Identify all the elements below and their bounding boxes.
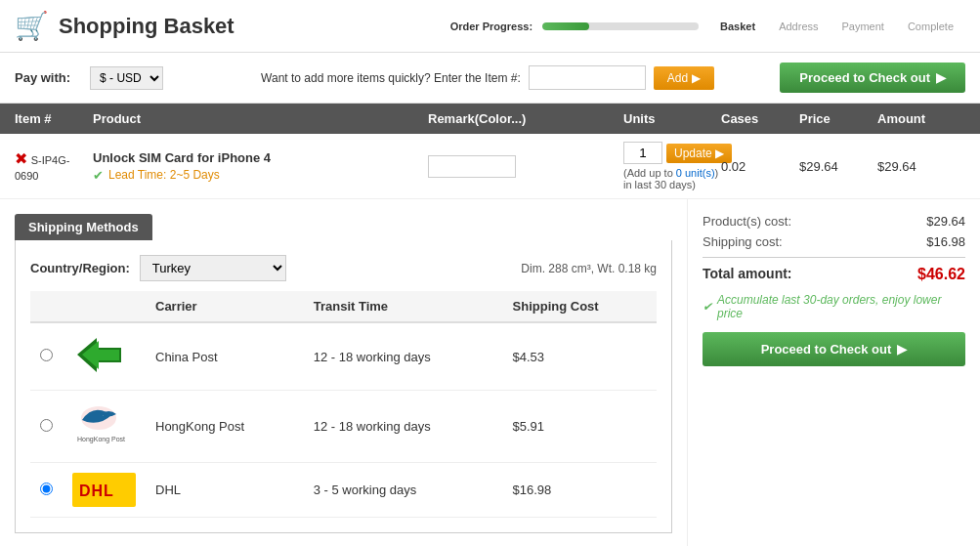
units-cell: Update ▶ (Add up to 0 unit(s)) in last 3… <box>623 142 721 190</box>
item-number-input[interactable] <box>529 65 646 90</box>
delete-cell: ✖ S-IP4G-0690 <box>15 149 93 183</box>
shipping-cost-label: Shipping cost: <box>703 234 783 249</box>
progress-fill <box>542 22 589 30</box>
radio-hkpost[interactable] <box>40 419 53 432</box>
transit-hkpost: 12 - 18 working days <box>304 391 503 463</box>
col-transit: Transit Time <box>304 291 503 322</box>
col-amount: Amount <box>877 111 965 126</box>
col-cases: Cases <box>721 111 799 126</box>
country-row: Country/Region: Turkey Dim. 288 cm³, Wt.… <box>30 255 657 281</box>
delete-icon[interactable]: ✖ <box>15 150 27 167</box>
col-shipping-cost: Shipping Cost <box>503 291 657 322</box>
svg-text:HongKong Post: HongKong Post <box>77 436 125 443</box>
carrier-header-row: Carrier Transit Time Shipping Cost <box>30 291 657 322</box>
steps-row: Basket Address Payment Complete <box>708 21 965 32</box>
logo-chinapost-cell <box>63 322 146 391</box>
products-cost-label: Product(s) cost: <box>703 214 791 229</box>
radio-dhl-cell <box>30 463 63 518</box>
hkpost-logo-icon: HongKong Post <box>72 400 126 449</box>
product-name: Unlock SIM Card for iPhone 4 <box>93 150 428 165</box>
product-cell: Unlock SIM Card for iPhone 4 ✔ Lead Time… <box>93 150 428 183</box>
carrier-name-dhl: DHL <box>146 463 304 518</box>
radio-chinapost-cell <box>30 322 63 391</box>
progress-track <box>542 22 699 30</box>
logo-text: Shopping Basket <box>59 14 234 39</box>
price-cell: $29.64 <box>799 159 877 174</box>
checkout-top-button[interactable]: Proceed to Check out ▶ <box>780 63 965 93</box>
cart-icon: 🛒 <box>15 10 49 42</box>
country-label: Country/Region: <box>30 261 130 275</box>
summary-divider <box>703 257 965 258</box>
table-row: ✖ S-IP4G-0690 Unlock SIM Card for iPhone… <box>0 134 980 199</box>
radio-chinapost[interactable] <box>40 349 53 361</box>
main-content: Shipping Methods Country/Region: Turkey … <box>0 199 980 546</box>
dim-info: Dim. 288 cm³, Wt. 0.18 kg <box>521 262 657 275</box>
total-value: $46.62 <box>917 266 965 283</box>
col-carrier-logo <box>63 291 146 322</box>
step-payment: Payment <box>831 21 896 32</box>
left-panel: Shipping Methods Country/Region: Turkey … <box>0 199 687 546</box>
col-remark: Remark(Color...) <box>428 111 623 126</box>
remark-input[interactable] <box>428 155 516 178</box>
lead-time-check-icon: ✔ <box>93 168 104 183</box>
logo-dhl-cell: DHL <box>63 463 146 518</box>
logo: 🛒 Shopping Basket <box>15 10 234 42</box>
col-price: Price <box>799 111 877 126</box>
add-up-text: (Add up to 0 unit(s)) in last 30 days) <box>623 167 721 190</box>
add-arrow-icon: ▶ <box>692 71 701 85</box>
col-item: Item # <box>15 111 93 126</box>
cost-hkpost: $5.91 <box>503 391 657 463</box>
chinapost-logo-icon <box>72 333 126 377</box>
cost-dhl: $16.98 <box>503 463 657 518</box>
logo-hkpost-cell: HongKong Post <box>63 391 146 463</box>
col-units: Units <box>623 111 721 126</box>
col-radio <box>30 291 63 322</box>
checkout-arrow-icon-top: ▶ <box>936 70 946 85</box>
total-row: Total amount: $46.62 <box>703 266 965 283</box>
add-item-button[interactable]: Add ▶ <box>654 66 714 90</box>
total-label: Total amount: <box>703 266 792 283</box>
products-cost-row: Product(s) cost: $29.64 <box>703 214 965 229</box>
checkout-arrow-icon-bottom: ▶ <box>897 342 907 357</box>
table-header: Item # Product Remark(Color...) Units Ca… <box>0 104 980 134</box>
transit-chinapost: 12 - 18 working days <box>304 322 503 391</box>
carrier-name-hkpost: HongKong Post <box>146 391 304 463</box>
carrier-row-dhl: DHL DHL 3 - 5 working days $16.98 <box>30 463 657 518</box>
shipping-cost-value: $16.98 <box>926 234 965 249</box>
products-cost-value: $29.64 <box>926 214 965 229</box>
svg-marker-2 <box>82 341 119 369</box>
lead-time-text: Lead Time: 2~5 Days <box>108 168 220 182</box>
carrier-table: Carrier Transit Time Shipping Cost <box>30 291 657 518</box>
carrier-row-chinapost: China Post 12 - 18 working days $4.53 <box>30 322 657 391</box>
radio-dhl[interactable] <box>40 483 53 495</box>
carrier-name-chinapost: China Post <box>146 322 304 391</box>
right-panel: Product(s) cost: $29.64 Shipping cost: $… <box>687 199 980 546</box>
item-add-row: Want to add more items quickly? Enter th… <box>261 65 714 90</box>
checkout-bottom-button[interactable]: Proceed to Check out ▶ <box>703 332 965 366</box>
step-address: Address <box>767 21 830 32</box>
shipping-box: Country/Region: Turkey Dim. 288 cm³, Wt.… <box>15 240 672 533</box>
transit-dhl: 3 - 5 working days <box>304 463 503 518</box>
pay-label: Pay with: <box>15 70 70 85</box>
progress-label: Order Progress: <box>450 21 533 32</box>
step-basket: Basket <box>708 21 767 32</box>
shipping-tab: Shipping Methods <box>15 214 672 240</box>
svg-text:DHL: DHL <box>79 483 114 499</box>
cost-chinapost: $4.53 <box>503 322 657 391</box>
country-select[interactable]: Turkey <box>140 255 286 281</box>
step-complete: Complete <box>896 21 965 32</box>
dhl-logo-icon: DHL <box>72 473 136 507</box>
pay-row: Pay with: $ - USD Want to add more items… <box>0 53 980 104</box>
col-carrier-name: Carrier <box>146 291 304 322</box>
accumulate-text: Accumulate last 30-day orders, enjoy low… <box>717 293 965 320</box>
amount-cell: $29.64 <box>877 159 965 174</box>
carrier-row-hkpost: HongKong Post HongKong Post 12 - 18 work… <box>30 391 657 463</box>
currency-select[interactable]: $ - USD <box>90 66 163 90</box>
units-input[interactable] <box>623 142 662 164</box>
radio-hkpost-cell <box>30 391 63 463</box>
col-product: Product <box>93 111 428 126</box>
update-arrow-icon: ▶ <box>715 147 724 160</box>
add-up-link[interactable]: 0 unit(s) <box>676 167 715 179</box>
order-progress: Order Progress: Basket Address Payment C… <box>450 21 965 32</box>
accumulate-message: ✔ Accumulate last 30-day orders, enjoy l… <box>703 293 965 320</box>
